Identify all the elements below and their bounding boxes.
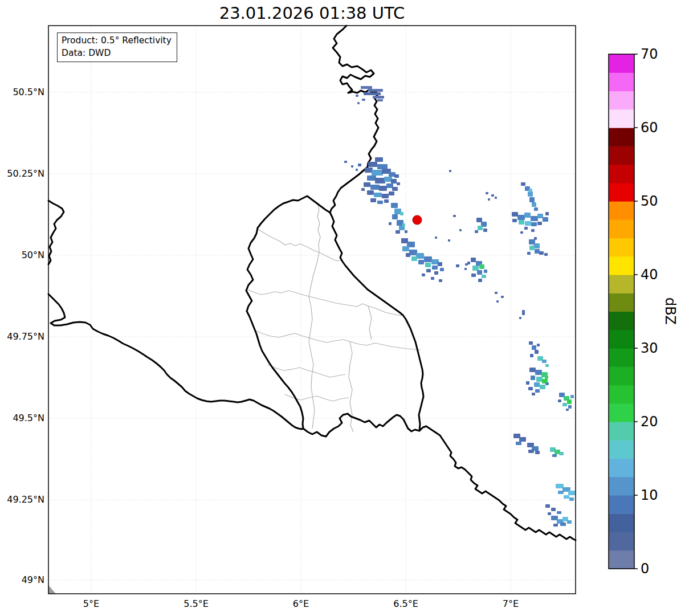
radar-echo-patch [389,191,394,195]
colorbar-segment [609,72,634,91]
colorbar-segment [609,330,634,349]
region-border-line [317,203,320,252]
colorbar-segment [609,513,634,532]
radar-echo-patch [520,231,523,234]
radar-echo-patch [416,253,424,259]
radar-echo-patch [384,177,392,182]
region-border-line [311,338,421,350]
radar-echo-patch [448,239,450,242]
radar-echo-patch [532,202,536,207]
radar-echo-patch [568,491,575,495]
radar-echo-patch [495,197,497,199]
colorbar-segment [609,477,634,496]
radar-echo-patch [531,376,535,380]
radar-echo-patch [545,376,548,379]
radar-echo-patch [384,199,389,203]
radar-echo-patch [351,165,353,168]
map-frame [48,26,576,594]
region-border-line [309,252,319,296]
colorbar-segment [609,256,634,275]
x-tick-label: 6.5°E [380,598,431,610]
colorbar-tick-label: 70 [641,46,658,62]
radar-echo-patch [374,193,382,197]
radar-echo-patch [512,219,517,222]
radar-echo-patch [391,203,398,208]
radar-echo-patch [406,253,410,257]
colorbar-segment [609,91,634,110]
radar-echo-patch [392,187,398,191]
x-tick-label: 6°E [275,598,327,610]
colorbar-segment [609,550,634,569]
radar-echo-patch [389,222,392,225]
radar-echo-patch [545,382,549,385]
radar-echo-patch [395,230,400,234]
country-border-line [48,294,303,429]
radar-echo-patch [567,520,572,524]
colorbar-segment [609,165,634,183]
radar-echo-patch [529,189,532,192]
x-tick-label: 5.5°E [170,598,222,610]
colorbar-segment [609,128,634,146]
colorbar-segment [609,293,634,312]
radar-echo-patch [409,250,417,255]
radar-echo-patch [356,169,358,171]
radar-echo-patch [540,385,545,389]
radar-figure: 23.01.2026 01:38 UTC Product: 0.5° Refle… [0,0,685,616]
country-border-line [330,26,378,213]
colorbar-axis-label: dBZ [662,294,678,328]
colorbar-tick-label: 60 [641,120,658,136]
colorbar-tick-label: 0 [641,561,649,577]
region-border-line [255,331,311,338]
radar-echo-patch [570,395,574,398]
radar-echo-patch [552,454,557,457]
radar-echo-patch [344,161,347,163]
radar-echo-patch [529,197,535,202]
radar-echo-patch [529,246,535,250]
radar-echo-patch [543,217,548,222]
colorbar-tick-label: 50 [641,193,658,209]
colorbar-segment [609,366,634,385]
radar-echo-patch [531,216,538,221]
radar-echo-patch [496,300,499,303]
radar-echo-patch [525,221,531,226]
colorbar-segment [609,385,634,404]
radar-echo-patch [557,511,561,514]
radar-echo-patch [512,212,518,217]
radar-echo-patch [482,275,486,278]
radar-echo-patch [368,162,377,167]
radar-echo-patch [556,484,564,488]
radar-echo-patch [432,266,438,270]
radar-echo-patch [535,370,542,375]
radar-echo-patch [537,214,543,218]
radar-echo-patch [477,270,482,275]
radar-echo-patch [562,403,567,406]
colorbar-segment [609,532,634,551]
region-border-line [247,289,403,316]
radar-echo-patch [532,345,536,350]
radar-echo-patch [377,201,383,204]
radar-echo-patch [542,360,547,363]
radar-echo-patch [478,226,483,230]
y-tick-label: 50.25°N [0,168,44,180]
radar-echo-patch [464,268,467,270]
radar-echo-patch [551,508,556,511]
colorbar-segment [609,109,634,128]
radar-echo-patch [382,194,389,198]
radar-echo-patch [356,95,358,97]
colorbar-segment [609,201,634,220]
radar-echo-patch [558,491,564,494]
radar-echo-patch [372,170,383,176]
radar-echo-patch [527,252,531,255]
radar-echo-patch [394,174,399,178]
product-info-line1: Product: 0.5° Reflectivity [62,34,172,47]
radar-echo-patch [526,381,529,385]
radar-echo-patch [379,186,387,191]
radar-echo-patch [361,188,365,191]
radar-echo-patch [478,279,482,282]
radar-echo-patch [449,170,451,172]
colorbar-segment [609,459,634,478]
colorbar-segment [609,495,634,514]
colorbar-tick-label: 40 [641,267,658,283]
radar-echo-patch [524,227,528,230]
radar-echo-patch [560,523,566,526]
